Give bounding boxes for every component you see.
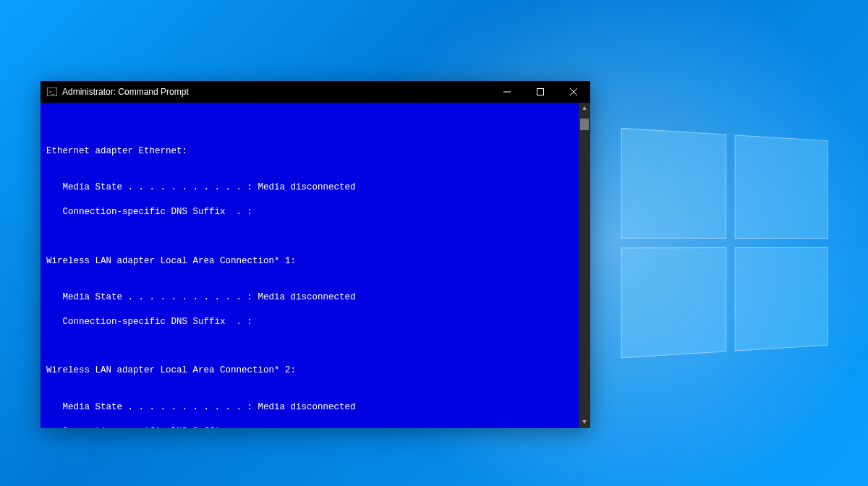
cmd-icon: >_ bbox=[46, 86, 58, 98]
output-line: Connection-specific DNS Suffix . : bbox=[46, 316, 583, 328]
windows-logo bbox=[622, 135, 839, 351]
svg-text:>_: >_ bbox=[48, 89, 56, 95]
scrollbar-thumb[interactable] bbox=[580, 119, 589, 130]
adapter-header: Wireless LAN adapter Local Area Connecti… bbox=[46, 256, 296, 266]
terminal-output[interactable]: Ethernet adapter Ethernet: Media State .… bbox=[41, 103, 590, 428]
close-button[interactable] bbox=[557, 81, 590, 103]
output-line: Media State . . . . . . . . . . . : Medi… bbox=[46, 401, 583, 414]
scroll-up-icon[interactable]: ▲ bbox=[579, 103, 590, 114]
output-line: Connection-specific DNS Suffix . : bbox=[46, 426, 583, 428]
scrollbar[interactable]: ▲ ▼ bbox=[579, 103, 590, 428]
titlebar[interactable]: >_ Administrator: Command Prompt bbox=[41, 81, 590, 103]
output-line: Media State . . . . . . . . . . . : Medi… bbox=[46, 182, 583, 194]
minimize-button[interactable] bbox=[490, 81, 524, 103]
output-line: Media State . . . . . . . . . . . : Medi… bbox=[46, 291, 583, 304]
scroll-down-icon[interactable]: ▼ bbox=[579, 417, 590, 428]
adapter-header: Ethernet adapter Ethernet: bbox=[46, 146, 187, 156]
adapter-header: Wireless LAN adapter Local Area Connecti… bbox=[46, 365, 296, 375]
command-prompt-window: >_ Administrator: Command Prompt Etherne… bbox=[41, 81, 590, 428]
window-title: Administrator: Command Prompt bbox=[62, 87, 189, 97]
output-line: Connection-specific DNS Suffix . : bbox=[46, 206, 583, 218]
svg-rect-3 bbox=[537, 89, 544, 95]
maximize-button[interactable] bbox=[524, 81, 557, 103]
